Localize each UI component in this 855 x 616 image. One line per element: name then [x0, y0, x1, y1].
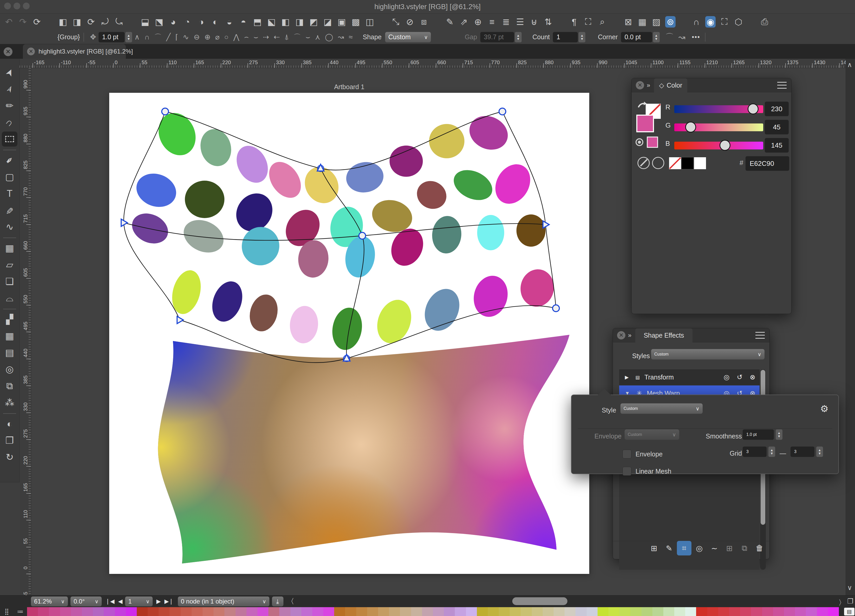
- direct-select-tool[interactable]: ➢: [0, 79, 20, 99]
- color-panel-collapse-icon[interactable]: »: [647, 82, 648, 89]
- trim-icon[interactable]: ◐: [210, 16, 221, 28]
- close-tab-icon[interactable]: ✕: [27, 47, 35, 55]
- swatch-21[interactable]: [257, 607, 268, 616]
- color-panel-close-icon[interactable]: ✕: [636, 81, 644, 89]
- link-icon[interactable]: ⊘: [405, 16, 415, 28]
- copy-effect-icon[interactable]: ⧉: [737, 541, 752, 555]
- page-tool[interactable]: ❐: [2, 433, 17, 448]
- page-dropdown[interactable]: 1∨: [125, 596, 153, 606]
- subtract-icon[interactable]: ⬔: [154, 16, 164, 28]
- b-slider-knob[interactable]: [720, 140, 731, 151]
- swatch-52[interactable]: [598, 607, 608, 616]
- swatch-17[interactable]: [213, 607, 224, 616]
- text-tool[interactable]: T: [2, 186, 17, 201]
- download-state-button[interactable]: ⤓: [272, 596, 283, 606]
- gap-field[interactable]: 39.7 pt: [480, 32, 514, 42]
- corner-stepper[interactable]: ▲▼: [653, 32, 660, 42]
- path-op-icon-6[interactable]: ⊖: [194, 33, 200, 41]
- show-effect-icon[interactable]: ◎: [692, 541, 706, 555]
- swatch-66[interactable]: [751, 607, 762, 616]
- scroll-up-arrow[interactable]: ∧: [847, 61, 852, 69]
- swatch-61[interactable]: [696, 607, 707, 616]
- shape-cut-icon[interactable]: ◩: [308, 16, 319, 28]
- smoothness-field[interactable]: 1.0 pt: [743, 430, 774, 440]
- stroke-width-stepper[interactable]: ▲▼: [125, 32, 132, 42]
- r-slider-knob[interactable]: [748, 104, 758, 115]
- swatch-55[interactable]: [630, 607, 641, 616]
- close-all-tabs-button[interactable]: ✕: [4, 47, 12, 56]
- swatch-65[interactable]: [740, 607, 751, 616]
- swatch-35[interactable]: [411, 607, 422, 616]
- mosaic-tool[interactable]: ▦: [2, 329, 17, 344]
- prev-page-button[interactable]: ◀: [118, 598, 123, 605]
- revolve-tool[interactable]: ↻: [2, 449, 17, 465]
- path-op-icon-2[interactable]: ⌒: [154, 32, 161, 42]
- swatch-0[interactable]: [27, 607, 38, 616]
- fill-stroke-control[interactable]: [634, 98, 680, 150]
- frame-tool[interactable]: ❏: [2, 274, 17, 289]
- effect-row-transform[interactable]: ▶⧈Transform◎↺⊗: [619, 369, 760, 385]
- pattern-icon[interactable]: ▦: [637, 16, 648, 28]
- gap-stepper[interactable]: ▲▼: [515, 32, 522, 42]
- snap-box-icon[interactable]: ⛶: [719, 16, 730, 28]
- duplicate-effect-icon[interactable]: ⊞: [722, 541, 737, 555]
- swatch-59[interactable]: [674, 607, 685, 616]
- swatch-1[interactable]: [38, 607, 49, 616]
- swatch-5[interactable]: [82, 607, 93, 616]
- swatch-19[interactable]: [236, 607, 247, 616]
- rotate-angle-icon[interactable]: ⤾: [100, 16, 110, 28]
- path-op-icon-20[interactable]: ↝: [338, 33, 344, 41]
- align-left-icon[interactable]: ☰: [515, 16, 525, 28]
- swatch-73[interactable]: [828, 607, 839, 616]
- text-flow-icon[interactable]: ¶: [569, 16, 579, 28]
- flip-v-icon[interactable]: ◨: [72, 16, 82, 28]
- effect-reset-icon[interactable]: ↺: [737, 373, 742, 381]
- edit-shape-icon[interactable]: ✎: [445, 16, 455, 28]
- selection-dropdown[interactable]: 0 node (in 1 object)∨: [178, 596, 270, 606]
- vertical-scrollbar[interactable]: ∧ ∨: [846, 59, 855, 595]
- r-slider[interactable]: [674, 105, 763, 113]
- swatch-68[interactable]: [773, 607, 784, 616]
- swatch-64[interactable]: [729, 607, 740, 616]
- path-op-icon-16[interactable]: ⌒: [294, 32, 301, 42]
- swatch-39[interactable]: [455, 607, 466, 616]
- grid-x-stepper[interactable]: ▲▼: [768, 446, 775, 457]
- venn-icon[interactable]: ⊚: [665, 16, 676, 28]
- first-page-button[interactable]: ❘◀: [105, 598, 115, 605]
- add-effect-icon[interactable]: ⊞: [647, 541, 661, 555]
- swatch-43[interactable]: [499, 607, 510, 616]
- swatch-62[interactable]: [707, 607, 718, 616]
- swatch-28[interactable]: [334, 607, 345, 616]
- swatch-23[interactable]: [279, 607, 290, 616]
- effects-panel-menu-icon[interactable]: [755, 332, 765, 339]
- shear-icon[interactable]: ⤿: [114, 16, 124, 28]
- pen-tool[interactable]: ✒: [0, 150, 20, 171]
- swatch-33[interactable]: [389, 607, 400, 616]
- shape-box-icon[interactable]: ▣: [337, 16, 347, 28]
- swatch-41[interactable]: [477, 607, 488, 616]
- bricks-tool[interactable]: ▤: [2, 345, 17, 360]
- mesh-warp-tool[interactable]: ▦: [2, 241, 17, 256]
- count-field[interactable]: 1: [553, 32, 578, 42]
- swatch-list-icon[interactable]: ≔: [14, 607, 27, 616]
- swatch-57[interactable]: [653, 607, 663, 616]
- swatch-15[interactable]: [192, 607, 202, 616]
- swatch-32[interactable]: [378, 607, 389, 616]
- swatch-26[interactable]: [312, 607, 323, 616]
- perspective-tool[interactable]: ⌓: [2, 290, 17, 306]
- path-op-icon-11[interactable]: ⌢: [244, 33, 248, 41]
- intersect-icon[interactable]: ◕: [168, 16, 178, 28]
- shape-slice-icon[interactable]: ◪: [322, 16, 333, 28]
- path-op-icon-4[interactable]: ⌈: [175, 33, 178, 41]
- redo-icon[interactable]: ↷: [18, 16, 28, 28]
- g-value[interactable]: 45: [765, 120, 789, 135]
- path-op-icon-10[interactable]: ⋀: [233, 33, 239, 41]
- gradient-tool[interactable]: ▱: [2, 257, 17, 272]
- shape-mix-icon[interactable]: ⬕: [266, 16, 277, 28]
- g-slider-knob[interactable]: [685, 122, 696, 133]
- status-expand-icon[interactable]: 〉: [838, 598, 846, 608]
- disclosure-icon[interactable]: ▶: [625, 374, 629, 380]
- swatch-6[interactable]: [93, 607, 104, 616]
- b-slider[interactable]: [674, 142, 763, 150]
- magnet-icon[interactable]: ∩: [691, 16, 702, 28]
